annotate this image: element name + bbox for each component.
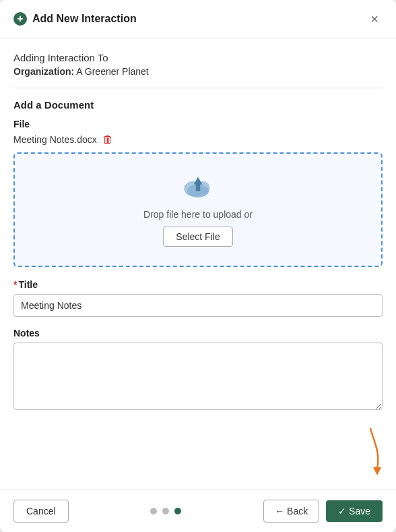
title-field-group: *Title <box>13 279 383 317</box>
org-row: Organization: A Greener Planet <box>13 66 383 77</box>
upload-text: Drop file here to upload or <box>143 209 253 220</box>
modal-footer: Cancel ← Back ✓ Save <box>0 490 396 532</box>
notes-input[interactable] <box>13 343 383 410</box>
dot-2 <box>162 508 169 514</box>
modal-title: Add New Interaction <box>32 13 137 25</box>
adding-label: Adding Interaction To <box>13 52 383 63</box>
back-button[interactable]: ← Back <box>263 500 319 523</box>
pagination-dots <box>69 508 264 514</box>
dot-1 <box>150 508 157 514</box>
file-name: Meeting Notes.docx <box>13 134 97 145</box>
save-button[interactable]: ✓ Save <box>326 500 383 522</box>
divider <box>13 88 383 88</box>
modal-header: + Add New Interaction × <box>0 0 396 38</box>
footer-buttons: ← Back ✓ Save <box>263 500 383 523</box>
svg-marker-4 <box>373 467 381 475</box>
title-label: *Title <box>13 279 383 290</box>
cancel-button[interactable]: Cancel <box>13 500 69 523</box>
modal-body: Adding Interaction To Organization: A Gr… <box>0 38 396 490</box>
required-star: * <box>13 279 17 290</box>
notes-label: Notes <box>13 328 383 338</box>
cloud-upload-icon <box>181 173 215 202</box>
add-icon: + <box>13 12 27 26</box>
add-interaction-modal: + Add New Interaction × Adding Interacti… <box>0 0 396 532</box>
document-section-title: Add a Document <box>13 99 383 111</box>
arrow-annotation <box>357 428 384 478</box>
adding-interaction-section: Adding Interaction To Organization: A Gr… <box>13 52 383 77</box>
document-section: Add a Document File Meeting Notes.docx 🗑 <box>13 99 383 413</box>
org-prefix: Organization: <box>13 66 74 77</box>
dot-3 <box>174 508 181 514</box>
close-button[interactable]: × <box>366 11 383 27</box>
select-file-button[interactable]: Select File <box>163 227 232 247</box>
upload-zone[interactable]: Drop file here to upload or Select File <box>13 152 383 267</box>
org-name: A Greener Planet <box>76 66 148 77</box>
notes-field-group: Notes <box>13 328 383 413</box>
delete-file-icon[interactable]: 🗑 <box>102 134 113 146</box>
file-label: File <box>13 119 383 129</box>
title-input[interactable] <box>13 294 383 317</box>
header-left: + Add New Interaction <box>13 12 137 26</box>
file-row: Meeting Notes.docx 🗑 <box>13 134 383 146</box>
